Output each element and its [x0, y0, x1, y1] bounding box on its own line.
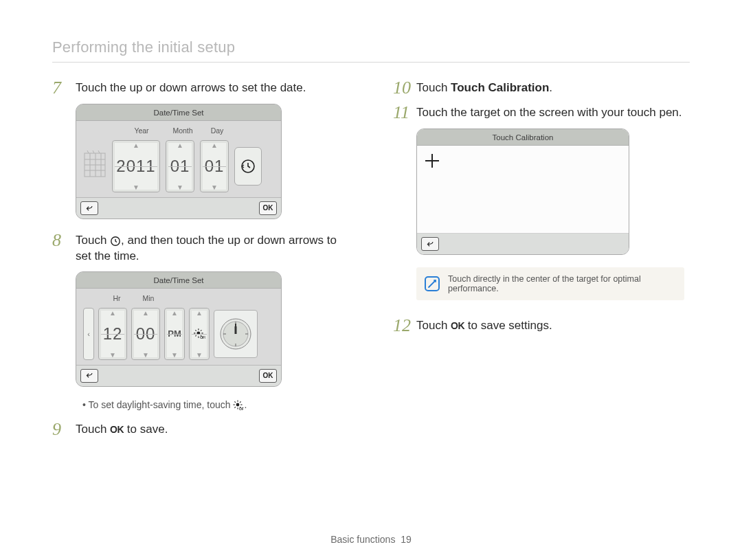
- calibration-target-icon[interactable]: [425, 154, 439, 168]
- step-text: Touch , and then touch the up or down ar…: [76, 232, 349, 265]
- svg-line-32: [235, 402, 236, 403]
- left-column: 7 Touch the up or down arrows to set the…: [52, 79, 349, 445]
- step-12-prefix: Touch: [416, 319, 451, 332]
- back-button[interactable]: [80, 201, 98, 215]
- svg-line-17: [201, 330, 201, 331]
- step-8-prefix: Touch: [76, 234, 110, 247]
- step-text: Touch the up or down arrows to set the d…: [76, 79, 306, 96]
- arrow-down-icon[interactable]: ▼: [166, 183, 194, 191]
- calendar-icon: [83, 148, 106, 185]
- step-text: Touch the target on the screen with your…: [416, 104, 682, 121]
- footer-section: Basic functions: [330, 534, 395, 545]
- page-title: Performing the initial setup: [52, 38, 690, 63]
- step-text: Touch OK to save settings.: [416, 317, 552, 334]
- note-box: Touch directly in the center of the targ…: [416, 267, 684, 300]
- arrow-down-icon[interactable]: ▼: [190, 351, 209, 359]
- step-number: 9: [52, 421, 76, 438]
- screen-title: Date/Time Set: [76, 272, 281, 289]
- bullet-text: To set daylight-saving time, touch: [89, 399, 234, 410]
- step-10-bold: Touch Calibration: [451, 81, 549, 94]
- step-9-prefix: Touch: [76, 423, 110, 436]
- ok-button[interactable]: OK: [259, 201, 277, 215]
- label-year: Year: [117, 126, 166, 135]
- screen-title: Date/Time Set: [76, 104, 281, 121]
- arrow-down-icon[interactable]: ▼: [113, 183, 159, 191]
- footer-page: 19: [401, 534, 412, 545]
- label-hr: Hr: [102, 294, 131, 302]
- svg-text:OFF: OFF: [200, 335, 205, 339]
- year-picker[interactable]: ▲ 2011 ▼: [112, 140, 160, 192]
- back-button[interactable]: [421, 237, 439, 251]
- switch-to-date-button[interactable]: ‹: [83, 308, 94, 360]
- step-number: 12: [393, 317, 416, 335]
- arrow-up-icon[interactable]: ▲: [201, 142, 228, 149]
- month-picker[interactable]: ▲ 01 ▼: [166, 140, 194, 192]
- arrow-down-icon[interactable]: ▼: [165, 351, 184, 359]
- right-column: 10 Touch Touch Calibration. 11 Touch the…: [393, 79, 690, 445]
- clock-icon: [110, 236, 121, 247]
- minute-picker[interactable]: ▲ 00 ▼: [131, 308, 160, 360]
- svg-line-34: [235, 407, 236, 408]
- date-time-set-screen: Date/Time Set Year Month Day ▲: [76, 104, 282, 219]
- arrow-down-icon[interactable]: ▼: [132, 351, 159, 359]
- step-number: 11: [393, 104, 416, 122]
- ampm-picker[interactable]: ▲ PM ▼: [164, 308, 185, 360]
- step-12-suffix: to save settings.: [464, 319, 552, 332]
- label-month: Month: [166, 126, 200, 135]
- ok-icon: OK: [110, 424, 124, 435]
- label-min: Min: [131, 294, 166, 302]
- hour-picker[interactable]: ▲ 12 ▼: [98, 308, 127, 360]
- step-10-suffix: .: [549, 81, 552, 94]
- step-text: Touch Touch Calibration.: [416, 79, 552, 96]
- dst-toggle[interactable]: ▲ OFF ▼: [189, 308, 210, 360]
- step-9: 9 Touch OK to save.: [52, 421, 349, 438]
- step-8-bullet: To set daylight-saving time, touch OFF.: [82, 399, 349, 411]
- time-set-screen: Date/Time Set Hr Min ‹ ▲ 12 ▼: [76, 271, 282, 387]
- arrow-down-icon[interactable]: ▼: [99, 351, 126, 359]
- label-day: Day: [200, 126, 234, 135]
- step-text: Touch OK to save.: [76, 421, 168, 438]
- touch-calibration-screen: Touch Calibration: [416, 128, 629, 255]
- ok-button[interactable]: OK: [259, 369, 277, 383]
- svg-point-27: [236, 403, 240, 407]
- arrow-up-icon[interactable]: ▲: [190, 309, 209, 317]
- step-10-prefix: Touch: [416, 81, 451, 94]
- step-8: 8 Touch , and then touch the up or down …: [52, 232, 349, 265]
- screen-title: Touch Calibration: [417, 129, 629, 146]
- sun-off-icon: OFF: [233, 400, 244, 411]
- svg-text:OFF: OFF: [239, 407, 244, 411]
- step-9-suffix: to save.: [124, 423, 168, 436]
- arrow-up-icon[interactable]: ▲: [132, 309, 159, 317]
- arrow-up-icon[interactable]: ▲: [165, 309, 184, 317]
- page-footer: Basic functions 19: [0, 534, 742, 545]
- arrow-down-icon[interactable]: ▼: [201, 183, 228, 191]
- step-11: 11 Touch the target on the screen with y…: [393, 104, 690, 122]
- arrow-up-icon[interactable]: ▲: [166, 142, 194, 149]
- step-number: 10: [393, 79, 416, 97]
- svg-line-16: [195, 335, 196, 336]
- arrow-up-icon[interactable]: ▲: [113, 142, 159, 149]
- step-number: 8: [52, 232, 76, 249]
- note-icon: [425, 276, 440, 291]
- day-picker[interactable]: ▲ 01 ▼: [200, 140, 229, 192]
- step-12: 12 Touch OK to save settings.: [393, 317, 690, 335]
- analog-clock-icon: [214, 310, 258, 358]
- back-button[interactable]: [80, 369, 98, 383]
- switch-to-time-button[interactable]: [234, 147, 262, 186]
- arrow-up-icon[interactable]: ▲: [99, 309, 126, 317]
- svg-line-14: [195, 330, 196, 331]
- step-10: 10 Touch Touch Calibration.: [393, 79, 690, 97]
- note-text: Touch directly in the center of the targ…: [448, 274, 676, 293]
- ok-icon: OK: [451, 320, 464, 331]
- step-7: 7 Touch the up or down arrows to set the…: [52, 79, 349, 97]
- svg-line-35: [240, 402, 242, 403]
- step-number: 7: [52, 79, 76, 97]
